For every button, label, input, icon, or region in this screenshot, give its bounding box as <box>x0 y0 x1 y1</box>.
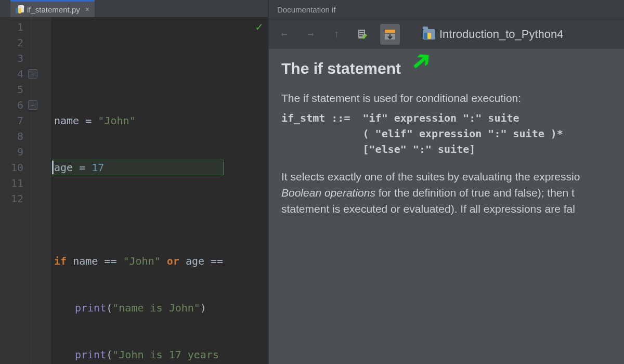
line-number-gutter: 1 2 3 4 5 6 7 8 9 10 11 12 <box>0 17 31 364</box>
file-tab-if-statement[interactable]: if_statement.py × <box>10 0 95 17</box>
arrow-right-icon: → <box>305 28 316 40</box>
svg-rect-1 <box>359 31 364 32</box>
docked-doc-icon <box>384 28 396 41</box>
doc-grammar: if_stmt ::= "if" expression ":" suite ( … <box>281 110 612 157</box>
editor-pane: if_statement.py × 1 2 3 4 5 6 7 8 9 10 1… <box>0 0 268 364</box>
doc-paragraph: It selects exactly one of the suites by … <box>281 168 612 217</box>
arrow-left-icon: ← <box>279 28 290 40</box>
edit-page-icon <box>357 29 368 40</box>
up-button[interactable]: ↑ <box>328 26 345 43</box>
project-folder-icon <box>423 29 435 40</box>
fold-toggle-icon[interactable]: − <box>28 69 37 79</box>
breadcrumb-label: Introduction_to_Python4 <box>439 28 564 41</box>
doc-intro: The if statement is used for conditional… <box>281 90 612 106</box>
file-tab-label: if_statement.py <box>27 5 80 14</box>
doc-heading: The if statement <box>281 60 612 76</box>
doc-content[interactable]: The if statement The if statement is use… <box>269 49 624 364</box>
doc-panel-title: Documentation if <box>269 0 624 19</box>
toggle-auto-show-doc-button[interactable] <box>380 24 400 45</box>
code-editor[interactable]: 1 2 3 4 5 6 7 8 9 10 11 12 − − ✓ <box>0 17 268 364</box>
documentation-pane: Documentation if ← → ↑ <box>268 0 624 364</box>
text-caret <box>52 161 54 174</box>
forward-button[interactable]: → <box>302 26 319 43</box>
doc-toolbar: ← → ↑ Introduction_to_Python4 <box>269 19 624 49</box>
svg-rect-3 <box>359 35 362 36</box>
fold-toggle-icon[interactable]: − <box>28 100 37 110</box>
arrow-up-icon: ↑ <box>334 28 339 40</box>
edit-source-button[interactable] <box>354 26 371 43</box>
fold-gutter: − − <box>31 17 51 364</box>
svg-rect-4 <box>385 30 395 33</box>
inspection-ok-icon: ✓ <box>256 19 263 35</box>
python-file-icon <box>16 5 24 14</box>
editor-tabbar: if_statement.py × <box>0 0 268 17</box>
doc-breadcrumb[interactable]: Introduction_to_Python4 <box>423 28 564 41</box>
back-button[interactable]: ← <box>276 26 293 43</box>
svg-rect-2 <box>359 33 364 34</box>
code-area[interactable]: ✓ name = "John" age = 17 if name == "Joh… <box>51 17 268 364</box>
close-tab-icon[interactable]: × <box>85 5 89 14</box>
